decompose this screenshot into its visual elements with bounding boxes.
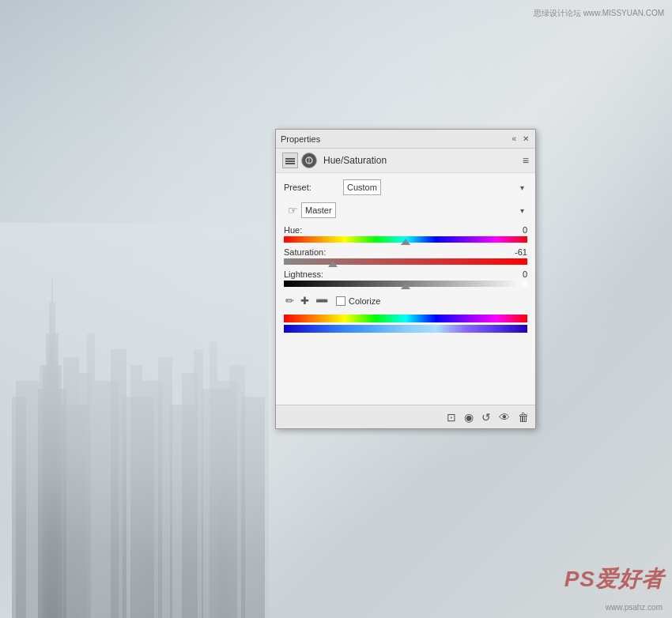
hue-thumb[interactable] xyxy=(401,239,410,245)
panel-header: Hue/Saturation ≡ xyxy=(276,149,535,173)
channel-select-wrapper: Master xyxy=(301,202,527,218)
watermark-top: 思绿设计论坛 www.MISSYUAN.COM xyxy=(534,8,664,19)
clip-to-layer-button[interactable]: ⊡ xyxy=(447,411,456,424)
channel-select[interactable]: Master xyxy=(301,202,336,218)
colorize-row: Colorize xyxy=(336,296,380,306)
lightness-section: Lightness: 0 xyxy=(284,269,527,287)
empty-area xyxy=(276,341,535,405)
svg-rect-30 xyxy=(285,163,295,164)
saturation-value: -61 xyxy=(515,247,527,257)
color-bars xyxy=(284,315,527,333)
properties-panel: Properties « ✕ Hue/Satur xyxy=(275,129,536,429)
delete-button[interactable]: 🗑 xyxy=(518,411,529,424)
panel-toolbar: ⊡ ◉ ↺ 👁 🗑 xyxy=(276,405,535,428)
panel-titlebar: Properties « ✕ xyxy=(276,130,535,149)
saturation-slider[interactable] xyxy=(284,258,527,265)
panel-section-title: Hue/Saturation xyxy=(323,155,387,166)
close-button[interactable]: ✕ xyxy=(521,134,530,143)
panel-title: Properties xyxy=(281,134,320,144)
eyedropper-add-tool[interactable]: ✚ xyxy=(299,293,311,308)
hue-section: Hue: 0 xyxy=(284,225,527,243)
lightness-thumb[interactable] xyxy=(401,283,410,289)
layer-icon[interactable] xyxy=(282,153,298,168)
color-bar-top xyxy=(284,315,527,322)
saturation-header: Saturation: -61 xyxy=(284,247,527,257)
hue-value: 0 xyxy=(523,225,527,235)
preset-label: Preset: xyxy=(284,183,343,192)
hue-header: Hue: 0 xyxy=(284,225,527,235)
adjustment-icon[interactable] xyxy=(301,153,317,168)
color-bar-bottom xyxy=(284,325,527,333)
previous-state-button[interactable]: ◉ xyxy=(464,411,474,424)
lightness-slider[interactable] xyxy=(284,281,527,287)
saturation-thumb[interactable] xyxy=(328,261,338,267)
collapse-button[interactable]: « xyxy=(510,134,518,143)
colorize-label: Colorize xyxy=(349,296,380,306)
colorize-checkbox[interactable] xyxy=(336,296,345,306)
tools-row: ✏ ✚ ➖ Colorize xyxy=(284,293,527,308)
panel-content: Preset: Custom ☞ Master Hue: 0 xyxy=(276,173,535,341)
watermark-brand: PS爱好者 xyxy=(564,564,664,594)
preset-row: Preset: Custom xyxy=(284,179,527,195)
lightness-header: Lightness: 0 xyxy=(284,269,527,279)
preset-select[interactable]: Custom xyxy=(343,179,381,195)
lightness-label: Lightness: xyxy=(284,269,323,279)
saturation-section: Saturation: -61 xyxy=(284,247,527,265)
reset-button[interactable]: ↺ xyxy=(481,411,491,424)
header-left: Hue/Saturation xyxy=(282,153,387,168)
visibility-button[interactable]: 👁 xyxy=(499,411,510,424)
panel-menu-icon[interactable]: ≡ xyxy=(523,154,529,167)
svg-rect-29 xyxy=(285,160,295,162)
svg-rect-28 xyxy=(285,158,295,160)
preset-select-wrapper: Custom xyxy=(343,179,527,195)
hand-tool-icon[interactable]: ☞ xyxy=(284,202,301,219)
saturation-label: Saturation: xyxy=(284,247,326,257)
panel-controls: « ✕ xyxy=(510,134,530,143)
watermark-url: www.psahz.com xyxy=(606,603,663,612)
eyedropper-tool[interactable]: ✏ xyxy=(284,293,296,308)
channel-row: ☞ Master xyxy=(284,202,527,219)
eyedropper-subtract-tool[interactable]: ➖ xyxy=(314,293,330,308)
lightness-value: 0 xyxy=(523,269,527,279)
hue-slider[interactable] xyxy=(284,236,527,243)
hue-label: Hue: xyxy=(284,225,302,235)
